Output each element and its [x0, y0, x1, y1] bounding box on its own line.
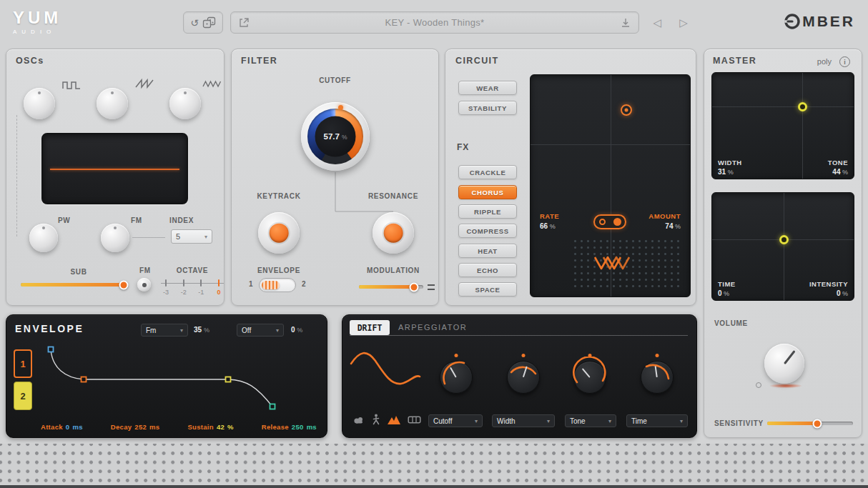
envelope-tab-1[interactable]: 1: [14, 349, 32, 378]
sustain-readout[interactable]: Sustain 42 %: [187, 423, 233, 431]
drift-knob-4[interactable]: [641, 361, 674, 394]
fx-button-compress[interactable]: COMPRESS: [458, 224, 517, 238]
chorus-xy-pad[interactable]: RATE 66 % AMOUNT 74 %: [530, 74, 691, 297]
decay-handle[interactable]: [82, 377, 87, 382]
oscs-title: OSCs: [16, 56, 44, 66]
bottom-edge: [0, 485, 868, 488]
fx-button-chorus[interactable]: CHORUS: [458, 185, 517, 199]
brand-text: MBER: [802, 13, 855, 30]
mod-target-dropdown-1[interactable]: Cutoff: [428, 414, 483, 427]
intensity-label: INTENSITY: [809, 280, 848, 288]
env-mod2-dropdown[interactable]: Off: [237, 324, 284, 337]
mountain-mode-icon[interactable]: [387, 414, 401, 425]
envelope-option-1[interactable]: 1: [249, 280, 253, 288]
mod2-value: 0: [291, 326, 295, 334]
octave-option[interactable]: -3: [158, 279, 174, 296]
slider-thumb[interactable]: [410, 282, 419, 292]
dice-icon: [202, 16, 216, 29]
keytrack-label: KEYTRACK: [243, 192, 315, 200]
sustain-handle[interactable]: [226, 377, 231, 382]
toggle-off-ring: [599, 219, 606, 225]
drift-mode-icons: [352, 414, 421, 425]
mod2-amount[interactable]: 0 %: [291, 326, 302, 334]
release-readout[interactable]: Release 250 ms: [262, 423, 317, 431]
mod-target-dropdown-3[interactable]: Tone: [565, 414, 616, 427]
attack-handle[interactable]: [49, 347, 54, 352]
release-handle[interactable]: [270, 404, 275, 409]
decay-value: 252: [134, 423, 147, 431]
knob-indicator: [42, 226, 45, 229]
resonance-knob[interactable]: [373, 212, 414, 254]
cutoff-knob[interactable]: 57.7 %: [301, 102, 370, 171]
octave-option-selected[interactable]: 0: [211, 279, 227, 296]
amount-number: 74: [665, 222, 673, 230]
time-intensity-xy-pad[interactable]: TIME 0 % INTENSITY 0 %: [711, 192, 854, 301]
drift-knob-1[interactable]: [440, 361, 473, 394]
mod-target-dropdown-4[interactable]: Time: [626, 414, 688, 427]
knob-core: [384, 224, 403, 243]
modulation-slider[interactable]: [359, 285, 423, 289]
slider-thumb[interactable]: [812, 419, 822, 428]
info-icon[interactable]: i: [839, 56, 850, 67]
prev-preset-button[interactable]: ◁: [648, 11, 666, 34]
osc1-knob[interactable]: [24, 88, 55, 119]
filter-envelope-toggle[interactable]: [259, 278, 296, 292]
envelope-tab-2[interactable]: 2: [14, 382, 32, 410]
cloud-mode-icon[interactable]: [352, 414, 365, 425]
decay-readout[interactable]: Decay 252 ms: [111, 423, 160, 431]
release-unit: ms: [307, 423, 317, 431]
volume-min-marker: [756, 382, 761, 388]
share-preset-icon[interactable]: [238, 17, 250, 29]
xy-pad-handle[interactable]: [798, 102, 807, 111]
knob-pointer: [784, 350, 795, 364]
preset-bar[interactable]: KEY - Wooden Things*: [230, 11, 639, 34]
envelope-stage-readouts: Attack 0 ms Decay 252 ms Sustain 42 % Re…: [41, 423, 317, 431]
octave-tick: [200, 279, 202, 287]
save-preset-icon[interactable]: [620, 17, 631, 29]
slider-thumb[interactable]: [119, 280, 128, 289]
sensitivity-label: SENSITIVITY: [714, 419, 764, 427]
attack-readout[interactable]: Attack 0 ms: [41, 423, 83, 431]
fm-knob[interactable]: [101, 224, 129, 252]
env-mod1-dropdown[interactable]: Fm: [141, 324, 188, 337]
octave-value: -1: [193, 289, 209, 296]
saw-wave-icon: [135, 78, 154, 89]
randomize-preset-button[interactable]: ↺: [183, 11, 223, 34]
decay-label: Decay: [111, 423, 132, 431]
preset-name[interactable]: KEY - Wooden Things*: [385, 17, 485, 28]
octave-selector[interactable]: -3 -2 -1 0: [158, 279, 227, 296]
pw-knob[interactable]: [29, 224, 58, 252]
fx-button-echo[interactable]: ECHO: [458, 263, 517, 277]
fx-button-heat[interactable]: HEAT: [458, 244, 517, 258]
walking-person-mode-icon[interactable]: [372, 414, 380, 425]
sub-slider[interactable]: [21, 283, 127, 287]
mod1-amount[interactable]: 35 %: [194, 326, 209, 334]
tab-arpeggiator[interactable]: ARPEGGIATOR: [398, 323, 467, 332]
voice-mode[interactable]: poly: [817, 57, 832, 66]
keytrack-knob[interactable]: [258, 212, 300, 254]
octave-option[interactable]: -2: [176, 279, 192, 296]
stability-button[interactable]: STABILITY: [458, 101, 517, 115]
osc3-knob[interactable]: [169, 88, 201, 119]
vehicle-mode-icon[interactable]: [408, 415, 421, 424]
osc2-knob[interactable]: [97, 88, 128, 119]
drift-knob-3[interactable]: [573, 361, 606, 394]
next-preset-button[interactable]: ▷: [674, 11, 693, 34]
fx-button-ripple[interactable]: RIPPLE: [458, 204, 517, 219]
fx-button-space[interactable]: SPACE: [458, 282, 517, 297]
fx-button-crackle[interactable]: CRACKLE: [458, 165, 517, 179]
sensitivity-slider[interactable]: [767, 422, 853, 425]
fx-power-toggle[interactable]: [593, 214, 626, 229]
mod-target-dropdown-2[interactable]: Width: [492, 414, 555, 427]
xy-pad-handle[interactable]: [779, 235, 789, 244]
width-tone-xy-pad[interactable]: WIDTH 31 % TONE 44 %: [711, 72, 854, 179]
volume-knob[interactable]: [764, 344, 804, 384]
index-dropdown[interactable]: 5: [171, 229, 212, 244]
drift-knob-2[interactable]: [507, 361, 540, 394]
xy-pad-handle[interactable]: [621, 104, 632, 116]
octave-option[interactable]: -1: [193, 279, 209, 296]
envelope-option-2[interactable]: 2: [302, 280, 306, 288]
tab-drift[interactable]: DRIFT: [350, 320, 390, 335]
sub-fm-mini-knob[interactable]: [137, 278, 151, 292]
wear-button[interactable]: WEAR: [458, 81, 517, 95]
